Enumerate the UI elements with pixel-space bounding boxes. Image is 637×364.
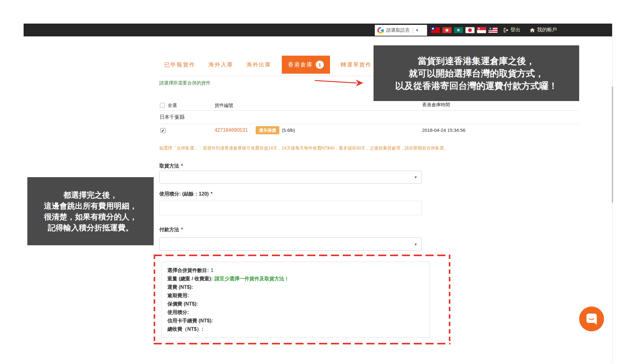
loss-insurance-badge: 遺失保償 — [256, 126, 279, 134]
tab-hk-warehouse[interactable]: 香港倉庫 1 — [282, 56, 330, 74]
hk-flower-icon: ✽ — [445, 28, 449, 33]
pickup-method-label-text: 取貨方法 — [159, 163, 179, 168]
annotation-line: 就可以開始選擇台灣的取貨方式， — [374, 67, 579, 80]
merge-instruction-text: 請選擇所需要合併的貨件 — [159, 80, 211, 86]
dashed-border-right — [449, 255, 450, 344]
column-shipment-number: 貨件編號 — [215, 103, 233, 108]
home-icon — [529, 27, 535, 33]
dashed-border-top — [154, 255, 450, 256]
tab-overseas-outbound[interactable]: 海外出庫 — [244, 61, 274, 68]
japan-flag[interactable] — [465, 27, 475, 33]
tab-hk-warehouse-label: 香港倉庫 — [288, 61, 313, 68]
tab-overseas-inbound[interactable]: 海外入庫 — [206, 61, 236, 68]
chevron-down-icon: ▼ — [414, 242, 417, 246]
highlight-dashed-border — [154, 255, 450, 344]
macau-flower-icon: ❀ — [457, 28, 460, 32]
dashed-border-left — [154, 255, 155, 344]
divider — [159, 124, 579, 124]
payment-method-label-text: 付款方法 — [159, 227, 179, 232]
select-all-label: 全選 — [168, 103, 177, 108]
annotation-fee-details: 都選擇完之後， 這邊會跳出所有費用明細， 很清楚，如果有積分的人， 記得輸入積分… — [27, 177, 154, 245]
annotation-line: 都選擇完之後， — [28, 190, 153, 200]
payment-method-select[interactable]: ▼ — [159, 237, 422, 251]
dashed-border-bottom — [154, 343, 450, 344]
scrollbar-thumb[interactable] — [612, 86, 613, 203]
macau-flag[interactable]: ❀ — [454, 27, 463, 33]
malaysia-flag[interactable] — [488, 27, 498, 33]
chevron-down-icon: ▼ — [416, 29, 419, 32]
select-all-checkbox[interactable] — [160, 103, 165, 108]
annotation-hk-warehouse: 當貨到達香港集運倉庫之後， 就可以開始選擇台灣的取貨方式， 以及從香港寄回台灣的… — [374, 45, 579, 101]
tab-transfer-orders[interactable]: 轉運單貨件 — [338, 61, 374, 68]
points-label-text: 使用積分: (結餘：120) — [159, 191, 209, 196]
translate-label: 請選取語言 — [386, 27, 410, 33]
shipment-row-checkbox[interactable]: ✔ — [160, 128, 165, 133]
google-logo-icon — [377, 27, 384, 34]
topbar: 請選取語言 ▼ ✽ ❀ 登出 我的帳戶 — [24, 24, 612, 36]
column-hk-warehouse-time: 香港倉庫時間 — [422, 102, 450, 108]
annotation-line: 當貨到達香港集運倉庫之後， — [374, 55, 579, 67]
count-badge: 1 — [316, 61, 324, 69]
pickup-method-label: 取貨方法* — [159, 163, 183, 169]
annotation-line: 以及從香港寄回台灣的運費付款方式囉！ — [374, 80, 579, 92]
shipment-tabs: 已申報貨件 海外入庫 海外出庫 香港倉庫 1 轉運單貨件 — [162, 56, 374, 74]
tracking-number-link[interactable]: 427184690531 — [215, 127, 248, 133]
divider — [159, 110, 579, 111]
check-icon: ✔ — [161, 129, 165, 133]
annotation-arrow-icon — [314, 78, 365, 87]
pickup-method-select[interactable]: ▼ — [159, 171, 422, 184]
points-label: 使用積分: (結餘：120)* — [159, 191, 212, 197]
required-asterisk: * — [181, 163, 183, 168]
logout-label: 登出 — [510, 27, 520, 33]
my-account-button[interactable]: 我的帳戶 — [529, 27, 557, 33]
annotation-line: 記得輸入積分折抵運費。 — [28, 222, 153, 233]
warehouse-arrival-time: 2018-04-24 15:34:56 — [422, 127, 465, 133]
google-translate-widget[interactable]: 請選取語言 ▼ — [375, 25, 427, 36]
logout-button[interactable]: 登出 — [503, 27, 520, 33]
my-account-label: 我的帳戶 — [537, 27, 557, 33]
warehouse-group-label: 日本千葉縣 — [160, 114, 184, 121]
hong-kong-flag[interactable]: ✽ — [442, 27, 452, 33]
payment-method-label: 付款方法* — [159, 227, 183, 233]
chevron-down-icon: ▼ — [414, 175, 417, 179]
logout-icon — [503, 27, 509, 33]
required-asterisk: * — [211, 191, 212, 196]
points-input[interactable] — [159, 201, 422, 215]
divider — [413, 27, 413, 34]
annotation-line: 很清楚，如果有積分的人， — [28, 211, 153, 222]
annotation-line: 這邊會跳出所有費用明細， — [28, 200, 153, 211]
required-asterisk: * — [181, 227, 183, 232]
storage-policy-notice: 如選擇「合併集運」：當貨件到達香港倉庫後可免費存放14天，14天後每天每件收費N… — [159, 145, 448, 151]
shipment-weight: (5.6lb) — [282, 127, 295, 133]
singapore-flag[interactable] — [477, 27, 486, 33]
taiwan-flag[interactable] — [431, 27, 440, 33]
chat-bubble-icon — [584, 311, 599, 327]
language-flags: ✽ ❀ — [431, 27, 498, 33]
tab-declared-shipments[interactable]: 已申報貨件 — [162, 61, 198, 68]
live-chat-button[interactable] — [579, 306, 604, 331]
